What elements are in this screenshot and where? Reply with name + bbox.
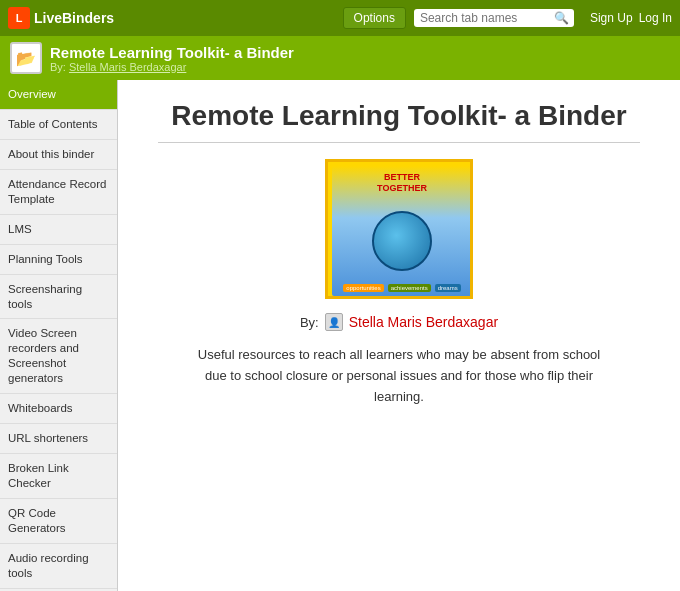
sidebar-item-3[interactable]: Attendance Record Template <box>0 170 117 215</box>
sidebar-item-6[interactable]: Screensharing tools <box>0 275 117 320</box>
by-line: By: 👤 Stella Maris Berdaxagar <box>300 313 498 331</box>
content-title: Remote Learning Toolkit- a Binder <box>171 100 626 132</box>
options-button[interactable]: Options <box>343 7 406 29</box>
content-area: Remote Learning Toolkit- a Binder BETTER… <box>118 80 680 591</box>
author-thumbnail: 👤 <box>325 313 343 331</box>
auth-links: Sign Up Log In <box>590 11 672 25</box>
badge-dreams: dreams <box>435 284 461 292</box>
content-divider <box>158 142 640 143</box>
binder-author: By: Stella Maris Berdaxagar <box>50 61 294 73</box>
sign-up-link[interactable]: Sign Up <box>590 11 633 25</box>
logo-icon: L <box>8 7 30 29</box>
logo-area: L LiveBinders <box>8 7 114 29</box>
sidebar-item-10[interactable]: Broken Link Checker <box>0 454 117 499</box>
binder-title: Remote Learning Toolkit- a Binder <box>50 44 294 61</box>
binder-title-group: Remote Learning Toolkit- a Binder By: St… <box>50 44 294 73</box>
author-link-header[interactable]: Stella Maris Berdaxagar <box>69 61 186 73</box>
sidebar-item-1[interactable]: Table of Contents <box>0 110 117 140</box>
search-icon: 🔍 <box>554 11 569 25</box>
cover-bottom: opportunities achievements dreams <box>343 284 460 292</box>
top-bar: L LiveBinders Options 🔍 Sign Up Log In <box>0 0 680 36</box>
sidebar-item-9[interactable]: URL shorteners <box>0 424 117 454</box>
binder-image-container: BETTERTOGETHER opportunities achievement… <box>325 159 473 299</box>
sidebar-item-8[interactable]: Whiteboards <box>0 394 117 424</box>
badge-achievements: achievements <box>388 284 431 292</box>
description-text: Useful resources to reach all learners w… <box>189 345 609 407</box>
search-bar: 🔍 <box>414 9 574 27</box>
by-prefix: By: <box>50 61 66 73</box>
logo-text: LiveBinders <box>34 10 114 26</box>
sidebar: OverviewTable of ContentsAbout this bind… <box>0 80 118 591</box>
main-layout: OverviewTable of ContentsAbout this bind… <box>0 80 680 591</box>
sidebar-item-0[interactable]: Overview <box>0 80 117 110</box>
sidebar-item-5[interactable]: Planning Tools <box>0 245 117 275</box>
sidebar-item-12[interactable]: Audio recording tools <box>0 544 117 589</box>
author-link-content[interactable]: Stella Maris Berdaxagar <box>349 314 498 330</box>
sidebar-item-11[interactable]: QR Code Generators <box>0 499 117 544</box>
binder-cover: BETTERTOGETHER opportunities achievement… <box>332 166 472 296</box>
log-in-link[interactable]: Log In <box>639 11 672 25</box>
badge-opportunities: opportunities <box>343 284 383 292</box>
sidebar-item-4[interactable]: LMS <box>0 215 117 245</box>
by-label: By: <box>300 315 319 330</box>
sidebar-item-7[interactable]: Video Screen recorders and Screenshot ge… <box>0 319 117 394</box>
binder-icon: 📂 <box>10 42 42 74</box>
cover-text: BETTERTOGETHER <box>377 172 427 194</box>
header-band: 📂 Remote Learning Toolkit- a Binder By: … <box>0 36 680 80</box>
globe-icon <box>372 211 432 271</box>
search-input[interactable] <box>420 11 550 25</box>
sidebar-item-2[interactable]: About this binder <box>0 140 117 170</box>
